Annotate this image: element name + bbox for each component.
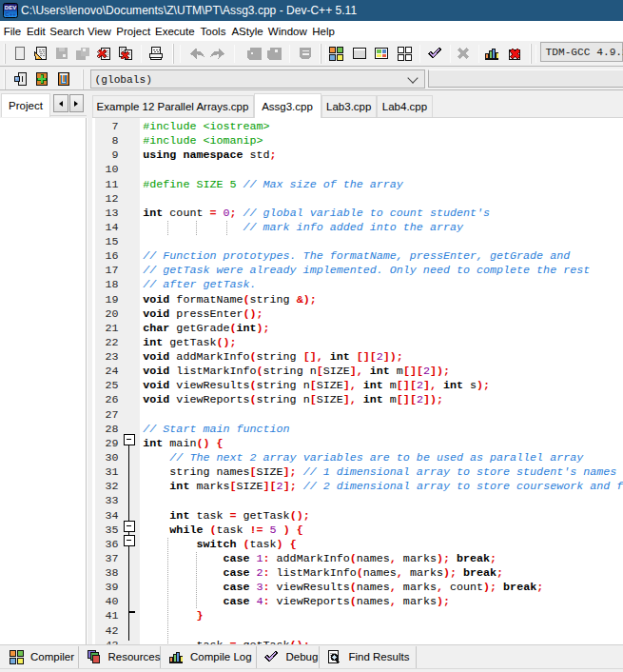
svg-text:C++: C++ <box>5 11 16 17</box>
svg-text:DEV: DEV <box>5 5 16 10</box>
